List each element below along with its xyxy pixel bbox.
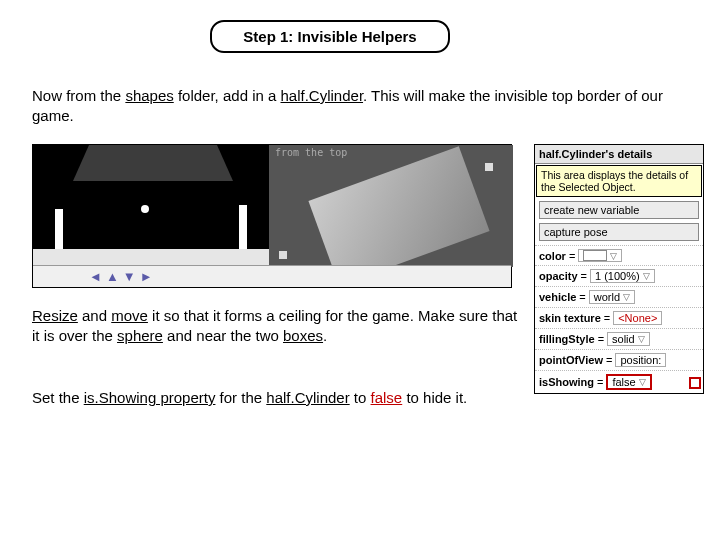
- sphere-keyword: sphere: [117, 327, 163, 344]
- property-key: fillingStyle: [539, 333, 595, 345]
- move-keyword: move: [111, 307, 148, 324]
- instruction-paragraph-3: Set the is.Showing property for the half…: [32, 388, 522, 408]
- details-panel-title: half.Cylinder's details: [535, 145, 703, 164]
- equals: =: [569, 250, 575, 262]
- text: for the: [215, 389, 266, 406]
- property-row-filling: fillingStyle = solid▽: [535, 328, 703, 349]
- chevron-down-icon: ▽: [638, 334, 645, 344]
- property-key: isShowing: [539, 376, 594, 388]
- property-row-isshowing: isShowing = false▽: [535, 370, 703, 393]
- equals: =: [597, 376, 603, 388]
- value-text: solid: [612, 333, 635, 345]
- false-keyword: false: [371, 389, 403, 406]
- scene-viewport: from the top ◄ ▲ ▼ ►: [32, 144, 512, 288]
- text: Set the: [32, 389, 84, 406]
- sphere-object: [141, 205, 149, 213]
- viewport-toolbar: ◄ ▲ ▼ ►: [33, 265, 511, 287]
- shapes-keyword: shapes: [125, 87, 173, 104]
- equals: =: [606, 354, 612, 366]
- instruction-paragraph-2: Resize and move it so that it forms a ce…: [32, 306, 522, 345]
- value-text: <None>: [618, 312, 657, 324]
- box-right: [239, 205, 247, 249]
- box-marker: [279, 251, 287, 259]
- property-row-vehicle: vehicle = world▽: [535, 286, 703, 307]
- text: Now from the: [32, 87, 125, 104]
- text: .: [323, 327, 327, 344]
- equals: =: [579, 291, 585, 303]
- arrow-left-icon[interactable]: ◄: [89, 269, 102, 284]
- chevron-down-icon: ▽: [610, 251, 617, 261]
- color-swatch: [583, 250, 607, 261]
- half-cylinder-keyword: half.Cylinder: [266, 389, 349, 406]
- arrow-up-icon[interactable]: ▲: [106, 269, 119, 284]
- chevron-down-icon: ▽: [623, 292, 630, 302]
- ceiling-shape: [73, 145, 233, 181]
- arrow-down-icon[interactable]: ▼: [123, 269, 136, 284]
- instruction-paragraph-1: Now from the shapes folder, add in a hal…: [32, 86, 672, 125]
- text: to hide it.: [402, 389, 467, 406]
- details-tooltip: This area displays the details of the Se…: [536, 165, 702, 197]
- text: folder, add in a: [174, 87, 281, 104]
- viewport-panes: from the top: [33, 145, 511, 267]
- equals: =: [598, 333, 604, 345]
- boxes-keyword: boxes: [283, 327, 323, 344]
- viewport-top[interactable]: from the top: [269, 145, 513, 267]
- equals: =: [581, 270, 587, 282]
- create-variable-button[interactable]: create new variable: [539, 201, 699, 219]
- value-text: false: [612, 376, 635, 388]
- filling-value[interactable]: solid▽: [607, 332, 650, 346]
- property-key: pointOfView: [539, 354, 603, 366]
- text: and near the two: [163, 327, 283, 344]
- equals: =: [604, 312, 610, 324]
- details-panel: half.Cylinder's details This area displa…: [534, 144, 704, 394]
- value-text: world: [594, 291, 620, 303]
- box-marker: [485, 163, 493, 171]
- half-cylinder-top: [308, 146, 489, 267]
- property-row-pov: pointOfView = position:: [535, 349, 703, 370]
- vehicle-value[interactable]: world▽: [589, 290, 635, 304]
- opacity-value[interactable]: 1 (100%)▽: [590, 269, 655, 283]
- highlight-box: [689, 377, 701, 389]
- chevron-down-icon: ▽: [643, 271, 650, 281]
- resize-keyword: Resize: [32, 307, 78, 324]
- property-row-skin: skin texture = <None>: [535, 307, 703, 328]
- property-key: opacity: [539, 270, 578, 282]
- box-left: [55, 209, 63, 253]
- arrow-right-icon[interactable]: ►: [140, 269, 153, 284]
- text: and: [78, 307, 111, 324]
- chevron-down-icon: ▽: [639, 377, 646, 387]
- step-header: Step 1: Invisible Helpers: [210, 20, 450, 53]
- value-text: 1 (100%): [595, 270, 640, 282]
- isshowing-value[interactable]: false▽: [606, 374, 651, 390]
- property-key: skin texture: [539, 312, 601, 324]
- property-row-opacity: opacity = 1 (100%)▽: [535, 265, 703, 286]
- half-cylinder-keyword: half.Cylinder: [281, 87, 364, 104]
- text: to: [350, 389, 371, 406]
- viewport-top-label: from the top: [275, 147, 347, 158]
- value-text: position:: [620, 354, 661, 366]
- viewport-camera[interactable]: [33, 145, 269, 267]
- property-row-color: color = ▽: [535, 245, 703, 265]
- color-value[interactable]: ▽: [578, 249, 622, 262]
- isshowing-keyword: is.Showing property: [84, 389, 216, 406]
- capture-pose-button[interactable]: capture pose: [539, 223, 699, 241]
- property-key: color: [539, 250, 566, 262]
- skin-value[interactable]: <None>: [613, 311, 662, 325]
- property-key: vehicle: [539, 291, 576, 303]
- pov-value[interactable]: position:: [615, 353, 666, 367]
